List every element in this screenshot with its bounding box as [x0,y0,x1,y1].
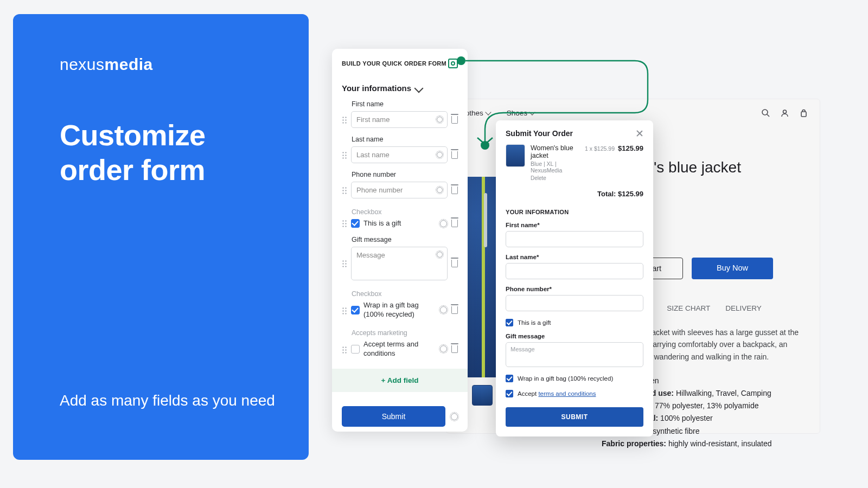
promo-headline: Customize order form [60,118,262,187]
terms-checkbox[interactable] [351,345,360,354]
logo-text-light: nexus [60,55,105,73]
field-label: Gift message [352,236,458,243]
modal-gift-checkbox[interactable] [506,319,513,326]
modal-field-label: Phone number* [506,286,643,292]
trash-icon[interactable] [451,306,458,314]
field-label: Last name [352,136,458,143]
modal-checkbox-label: This is a gift [518,319,551,326]
trash-icon[interactable] [451,345,458,353]
promo-panel: nexusmedia Customize order form Add as m… [13,14,309,460]
close-icon[interactable] [636,130,643,137]
trash-icon[interactable] [451,220,458,227]
scan-icon[interactable] [448,59,458,68]
placeholder-text: Last name [356,151,390,159]
gear-icon[interactable] [437,252,443,258]
spec-val: Hillwalking, Travel, Camping [674,389,771,397]
cart-qty: 1 x $125.99 [585,145,615,152]
cart-price: 1 x $125.99$125.99 [585,144,643,152]
nav-label: Shoes [507,109,527,117]
modal-gift-message-textarea[interactable]: Message [506,342,643,367]
gear-icon[interactable] [440,220,447,227]
modal-checkbox-label: Wrap in a gift bag (100% recycled) [518,375,613,382]
logo-text-bold: media [105,55,153,73]
modal-phone-input[interactable] [506,295,643,311]
modal-field-label: Last name* [506,254,643,260]
svg-line-1 [767,114,769,117]
cart-total: Total: $125.99 [506,190,643,198]
cart-delete-link[interactable]: Delete [531,175,579,181]
phone-input[interactable]: Phone number [351,182,448,198]
builder-header: BUILD YOUR QUICK ORDER FORM [342,60,446,67]
cart-thumbnail [506,144,525,167]
modal-title: Submit Your Order [506,129,573,138]
field-label: Phone number [352,171,458,178]
placeholder-text: Phone number [356,186,403,194]
first-name-input[interactable]: First name [351,111,448,128]
trash-icon[interactable] [451,151,458,159]
form-builder-panel: BUILD YOUR QUICK ORDER FORM Your informa… [332,49,468,432]
add-field-button[interactable]: + Add field [332,369,468,392]
promo-subline: Add as many fields as you need [60,390,275,412]
section-title: Your informations [342,84,411,93]
cart-variant: Blue | XL | NexusMedia [531,160,579,174]
spec-val: synthetic fibre [650,427,699,435]
checkbox-label: Accept terms and conditions [363,340,436,358]
edit-icon[interactable] [414,84,424,93]
buy-now-button[interactable]: Buy Now [692,258,773,279]
gift-checkbox[interactable] [351,219,360,228]
last-name-input[interactable]: Last name [351,146,448,163]
cart-line-price: $125.99 [618,144,643,152]
thumbnail[interactable] [472,385,493,406]
nav-link-shoes[interactable]: Shoes [507,109,534,117]
drag-handle-icon[interactable] [342,307,347,314]
modal-last-name-input[interactable] [506,263,643,279]
modal-field-label: First name* [506,222,643,228]
svg-rect-3 [801,112,806,117]
user-icon[interactable] [781,109,789,117]
drag-handle-icon[interactable] [342,151,347,159]
modal-form-header: YOUR INFORMATION [506,209,643,215]
order-modal: Submit Your Order Women's blue jacket Bl… [496,120,653,436]
terms-link[interactable]: terms and conditions [538,390,596,397]
trash-icon[interactable] [451,116,458,124]
gear-icon[interactable] [451,413,458,420]
chevron-down-icon [529,109,535,115]
field-label: First name [352,100,458,108]
gift-message-textarea[interactable]: Message [351,247,448,280]
store-nav: Clothes Shoes [458,109,808,117]
gear-icon[interactable] [437,152,443,158]
modal-first-name-input[interactable] [506,231,643,247]
search-icon[interactable] [762,109,770,117]
modal-checkbox-label: Accept [518,390,537,397]
chevron-down-icon [485,109,491,115]
modal-submit-button[interactable]: SUBMIT [506,407,643,427]
trash-icon[interactable] [451,187,458,194]
tab-delivery[interactable]: DELIVERY [725,304,762,312]
brand-logo: nexusmedia [60,55,262,74]
modal-field-label: Gift message [506,333,643,339]
modal-terms-checkbox[interactable] [506,390,513,397]
modal-wrap-checkbox[interactable] [506,375,513,382]
cart-product-name: Women's blue jacket [531,144,579,159]
spec-val: highly wind-resistant, insulated [666,439,772,448]
trash-icon[interactable] [451,260,458,267]
tab-size-chart[interactable]: SIZE CHART [667,304,710,312]
gear-icon[interactable] [437,187,443,193]
bag-icon[interactable] [800,109,808,117]
group-label: Accepts marketing [352,329,458,337]
drag-handle-icon[interactable] [342,187,347,194]
gear-icon[interactable] [440,345,447,352]
spec-key: Fabric properties: [602,439,666,448]
checkbox-label: Wrap in a gift bag (100% recycled) [363,301,436,319]
builder-submit-button[interactable]: Submit [342,406,445,427]
drag-handle-icon[interactable] [342,260,347,267]
drag-handle-icon[interactable] [342,116,347,124]
gear-icon[interactable] [440,306,447,313]
wrap-checkbox[interactable] [351,306,360,314]
group-label: Checkbox [352,208,458,216]
drag-handle-icon[interactable] [342,220,347,227]
gear-icon[interactable] [437,117,443,123]
spec-val: 100% polyester [658,414,712,422]
composite-scene: Clothes Shoes Clothing Women's blue jack… [319,14,833,460]
drag-handle-icon[interactable] [342,346,347,354]
